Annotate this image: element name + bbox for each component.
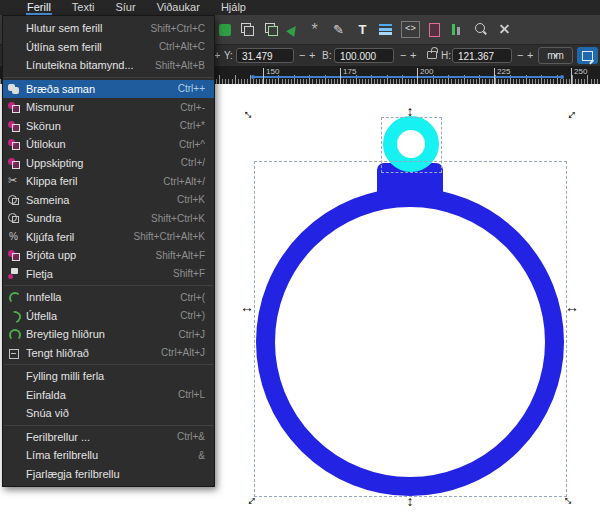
menu-item-tl-na-sem-ferill[interactable]: Útlína sem ferillCtrl+Alt+C — [3, 38, 214, 57]
icon-spacer — [8, 431, 20, 443]
menu-item-mismunur[interactable]: MismunurCtrl+- — [3, 98, 214, 117]
xml-editor-icon[interactable]: <> — [401, 21, 420, 38]
menu-item-sk-run[interactable]: SkörunCtrl+* — [3, 117, 214, 136]
menu-item-shortcut: Ctrl+Alt+J — [161, 347, 205, 358]
menu-item-label: Breytileg hliðrun — [26, 328, 173, 340]
scale-handle-n[interactable]: ↕ — [407, 104, 414, 118]
clone-icon[interactable] — [264, 22, 279, 37]
menu-item-label: Sameina — [26, 194, 171, 206]
menu-item-fylling-milli-ferla[interactable]: Fylling milli ferla — [3, 367, 214, 386]
y-input[interactable]: 31.479 — [236, 48, 294, 63]
difference-icon — [8, 101, 20, 113]
menu-item-l-ma-ferilbrellu[interactable]: Líma ferilbrellu& — [3, 446, 214, 465]
menu-item-label: Snúa við — [26, 407, 199, 419]
ruler-tick-label: 250 — [574, 67, 587, 76]
scale-handle-nw[interactable]: ↔ — [240, 103, 260, 123]
menu-item-sn-a-vi[interactable]: Snúa við — [3, 404, 214, 423]
layers-icon[interactable] — [379, 24, 392, 35]
menu-item-label: Einfalda — [26, 389, 172, 401]
document-properties-icon[interactable] — [429, 23, 440, 37]
height-minus-button[interactable]: − — [517, 49, 523, 61]
scale-handle-s[interactable]: ↕ — [407, 494, 414, 508]
y-label: Y: — [224, 50, 233, 61]
fill-stroke-icon[interactable]: ✎ — [331, 22, 346, 37]
menu-item-label: Fletja — [26, 268, 167, 280]
y-plus-button[interactable]: + — [309, 49, 315, 61]
y-minus-button[interactable]: − — [299, 49, 305, 61]
menu-item-einfalda[interactable]: EinfaldaCtrl+L — [3, 386, 214, 405]
combine-icon — [8, 194, 20, 206]
menu-item-label: Útlína sem ferill — [26, 41, 153, 53]
menu-item-shortcut: Ctrl+& — [177, 431, 205, 442]
width-input[interactable]: 100.000 — [334, 48, 394, 63]
menubar-item-s-ur[interactable]: Síur — [114, 0, 136, 15]
menu-item-fletja[interactable]: FletjaShift+F — [3, 265, 214, 284]
menu-item-shortcut: Ctrl+Alt+/ — [163, 176, 205, 187]
menu-item-label: Kljúfa feril — [26, 231, 128, 243]
width-minus-button[interactable]: − — [400, 49, 406, 61]
paste-in-place-icon[interactable] — [286, 23, 300, 37]
text-dialog-icon[interactable]: T — [355, 22, 370, 37]
icon-spacer — [8, 449, 20, 461]
ruler-tick-label: 150 — [266, 67, 279, 76]
path-menu: Hlutur sem ferillShift+Ctrl+CÚtlína sem … — [2, 15, 215, 487]
scale-handle-w[interactable]: ↔ — [240, 300, 254, 314]
linked-offset-icon — [8, 347, 20, 359]
menu-item-fjarl-gja-ferilbrellu[interactable]: Fjarlægja ferilbrellu — [3, 465, 214, 484]
menubar: FerillTextiSíurViðaukarHjálp — [0, 0, 600, 15]
menubar-item-texti[interactable]: Texti — [71, 0, 96, 15]
height-input[interactable]: 121.367 — [452, 48, 512, 63]
menu-item-sameina[interactable]: SameinaCtrl+K — [3, 191, 214, 210]
menu-separator — [4, 364, 213, 365]
fracture-icon — [8, 249, 20, 261]
menu-item-hlutur-sem-ferill[interactable]: Hlutur sem ferillShift+Ctrl+C — [3, 19, 214, 38]
menu-item-shortcut: Ctrl+K — [177, 194, 205, 205]
ruler-major-tick — [571, 68, 572, 84]
menubar-item-vi-aukar[interactable]: Viðaukar — [156, 0, 201, 15]
menu-item-innfella[interactable]: InnfellaCtrl+( — [3, 288, 214, 307]
unlink-clone-icon[interactable]: * — [307, 22, 322, 37]
lock-open-icon[interactable] — [427, 51, 437, 59]
menu-item-sundra[interactable]: SundraShift+Ctrl+K — [3, 209, 214, 228]
icon-spacer — [8, 41, 20, 53]
menubar-item-hj-lp[interactable]: Hjálp — [220, 0, 247, 15]
width-plus-button[interactable]: + — [410, 49, 416, 61]
ruler-major-tick — [340, 68, 341, 84]
split-path-icon — [8, 231, 20, 243]
find-icon[interactable] — [473, 22, 488, 37]
menu-item-ferilbrellur[interactable]: Ferilbrellur ...Ctrl+& — [3, 428, 214, 447]
menu-item-tfella[interactable]: ÚtfellaCtrl+) — [3, 307, 214, 326]
scale-stroke-toggle[interactable] — [577, 47, 598, 64]
preferences-icon[interactable] — [497, 22, 512, 37]
menu-item-brj-ta-upp[interactable]: Brjóta uppShift+Alt+F — [3, 246, 214, 265]
swatch-icon[interactable] — [219, 24, 231, 36]
menu-item-klj-fa-feril[interactable]: Kljúfa ferilShift+Ctrl+Alt+K — [3, 228, 214, 247]
menu-item-uppskipting[interactable]: UppskiptingCtrl+/ — [3, 154, 214, 173]
menu-item-shortcut: Ctrl+) — [180, 310, 205, 321]
align-distribute-icon[interactable] — [449, 22, 464, 37]
menu-item-label: Línuteikna bitamynd... — [26, 59, 149, 71]
menu-item-label: Hlutur sem ferill — [26, 22, 145, 34]
icon-spacer — [8, 407, 20, 419]
menu-item-label: Innfella — [26, 291, 174, 303]
menu-item-tilokun[interactable]: ÚtilokunCtrl+^ — [3, 135, 214, 154]
ruler-major-tick — [417, 68, 418, 84]
menu-item-shortcut: Ctrl+- — [180, 102, 205, 113]
menu-item-shortcut: Shift+F — [173, 268, 205, 279]
scale-handle-e[interactable]: ↔ — [565, 300, 579, 314]
height-plus-button[interactable]: + — [527, 49, 533, 61]
menu-item-br-a-saman[interactable]: Bræða samanCtrl++ — [3, 80, 214, 99]
exclusion-icon — [8, 138, 20, 150]
scale-handle-ne[interactable]: ↔ — [560, 103, 580, 123]
duplicate-icon[interactable] — [240, 22, 255, 37]
outset-icon — [8, 310, 20, 322]
menu-item-l-nuteikna-bitamynd[interactable]: Línuteikna bitamynd...Shift+Alt+B — [3, 56, 214, 75]
menubar-item-ferill[interactable]: Ferill — [26, 0, 52, 15]
menu-item-tengt-hli-ra[interactable]: Tengt hliðraðCtrl+Alt+J — [3, 344, 214, 363]
ruler-major-tick — [494, 68, 495, 84]
menu-item-breytileg-hli-run[interactable]: Breytileg hliðrunCtrl+J — [3, 325, 214, 344]
menu-item-klippa-feril[interactable]: Klippa ferilCtrl+Alt+/ — [3, 172, 214, 191]
unit-dropdown[interactable]: mm ▾ — [538, 47, 573, 64]
menu-item-label: Ferilbrellur ... — [26, 431, 171, 443]
menu-item-label: Fylling milli ferla — [26, 370, 199, 382]
